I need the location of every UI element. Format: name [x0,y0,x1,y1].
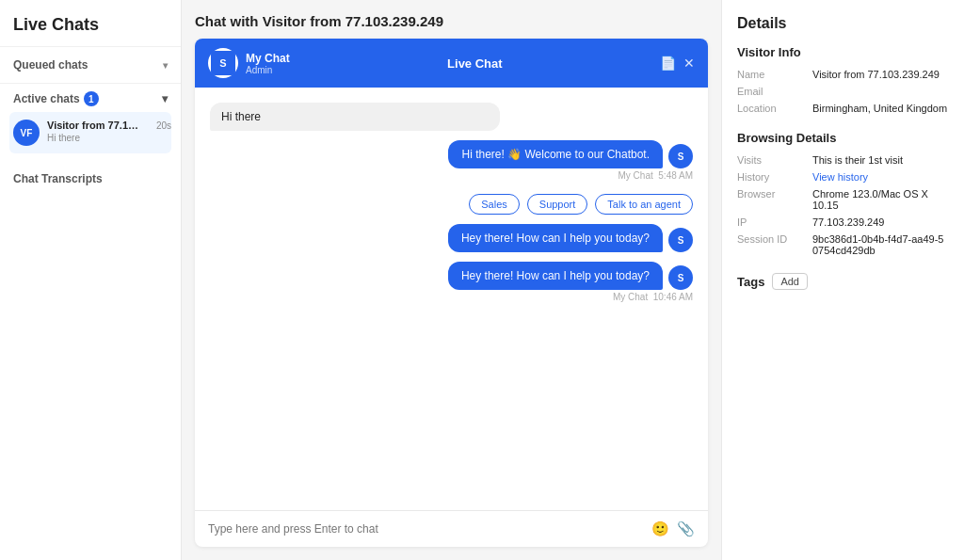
agent-info: S My Chat Admin [208,48,290,78]
queued-chats-toggle[interactable]: Queued chats ▾ [13,58,168,72]
chat-visitor-name: Visitor from 77.103.239.249 [47,120,141,131]
main-chat-area: Chat with Visitor from 77.103.239.249 S … [182,0,721,560]
chat-window-title: Chat with Visitor from 77.103.239.249 [195,13,708,29]
chat-item-info: Visitor from 77.103.239.249 20s Hi there [47,120,171,143]
location-label: Location [737,103,805,114]
browsing-details-section: Browsing Details Visits This is their 1s… [737,131,949,256]
session-row: Session ID 9bc386d1-0b4b-f4d7-aa49-50754… [737,233,949,256]
chat-window: S My Chat Admin Live Chat 📄 ✕ Hi there [195,39,708,547]
message-timestamp-3: My Chat 10:46 AM [210,292,693,302]
session-value: 9bc386d1-0b4b-f4d7-aa49-50754cd429db [812,233,949,256]
attachment-icon[interactable]: 📎 [677,520,695,537]
history-label: History [737,171,805,183]
chat-input-icons: 🙂 📎 [651,520,695,537]
visits-row: Visits This is their 1st visit [737,154,949,166]
browser-row: Browser Chrome 123.0/Mac OS X 10.15 [737,188,949,211]
avatar: VF [13,120,40,146]
message-bot-3: Hey there! How can I help you today? S M… [210,262,693,302]
bot-message-text-2: Hey there! How can I help you today? [448,224,663,252]
email-label: Email [737,86,805,97]
message-bot-2: Hey there! How can I help you today? S [210,224,693,252]
email-value [812,86,949,97]
history-value[interactable]: View history [812,171,949,183]
queued-chats-label: Queued chats [13,58,88,72]
details-title: Details [737,15,949,32]
agent-role: Admin [246,65,290,75]
history-row: History View history [737,171,949,183]
agent-avatar: S [208,48,238,78]
visitor-info-title: Visitor Info [737,45,949,59]
bot-message-text-3: Hey there! How can I help you today? [448,262,663,290]
message-timestamp-1: My Chat 5:48 AM [210,170,693,181]
agent-avatar-inner: S [211,51,235,75]
queued-chevron-icon: ▾ [163,60,168,71]
session-label: Session ID [737,233,805,256]
name-value: Visitor from 77.103.239.249 [812,69,949,80]
chat-header-title: Live Chat [290,56,660,71]
close-icon[interactable]: ✕ [683,56,695,71]
quick-reply-sales[interactable]: Sales [469,194,520,215]
visitor-name-row: Name Visitor from 77.103.239.249 [737,69,949,80]
tags-section: Tags Add [737,273,949,290]
visitor-email-row: Email [737,86,949,97]
details-panel: Details Visitor Info Name Visitor from 7… [721,0,964,560]
sidebar: Live Chats Queued chats ▾ Active chats 1… [0,0,182,560]
sidebar-title: Live Chats [13,15,168,35]
browser-label: Browser [737,188,805,211]
agent-initials: S [219,57,226,69]
bot-avatar-3: S [668,265,693,290]
ip-row: IP 77.103.239.249 [737,216,949,228]
chat-preview: Hi there [47,133,171,143]
chat-window-header: S My Chat Admin Live Chat 📄 ✕ [195,39,708,88]
visits-value: This is their 1st visit [812,154,949,166]
active-chats-section: Active chats 1 ▾ VF Visitor from 77.103.… [0,84,181,161]
visitor-message-text: Hi there [210,103,500,131]
bot-message-text: Hi there! 👋 Welcome to our Chatbot. [448,140,663,168]
chat-list-item[interactable]: VF Visitor from 77.103.239.249 20s Hi th… [9,112,171,153]
agent-name: My Chat [246,52,290,65]
transcript-icon[interactable]: 📄 [660,56,676,71]
browser-value: Chrome 123.0/Mac OS X 10.15 [812,188,949,211]
emoji-icon[interactable]: 🙂 [651,520,669,537]
quick-reply-support[interactable]: Support [527,194,588,215]
active-chats-header[interactable]: Active chats 1 ▾ [13,91,168,106]
bot-avatar: S [668,144,693,168]
chat-messages: Hi there Hi there! 👋 Welcome to our Chat… [195,88,708,510]
active-chats-label: Active chats [13,92,80,105]
ip-value: 77.103.239.249 [812,216,949,228]
agent-details: My Chat Admin [246,52,290,75]
add-tag-button[interactable]: Add [772,273,808,290]
browsing-title: Browsing Details [737,131,949,145]
message-bot-1: Hi there! 👋 Welcome to our Chatbot. S My… [210,140,693,181]
queued-chats-section[interactable]: Queued chats ▾ [0,47,181,84]
visits-label: Visits [737,154,805,166]
quick-reply-agent[interactable]: Talk to an agent [595,194,693,215]
ip-label: IP [737,216,805,228]
sidebar-header: Live Chats [0,0,181,47]
bot-avatar-2: S [668,228,693,252]
chat-input[interactable] [208,522,644,536]
active-chevron-icon: ▾ [162,92,168,105]
message-visitor-1: Hi there [210,103,693,131]
chat-input-row: 🙂 📎 [195,510,708,547]
active-chats-badge: 1 [84,91,99,106]
header-icons: 📄 ✕ [660,56,695,71]
visitor-location-row: Location Birmingham, United Kingdom [737,103,949,114]
name-label: Name [737,69,805,80]
visitor-info-section: Visitor Info Name Visitor from 77.103.23… [737,45,949,114]
tags-label: Tags [737,275,764,289]
location-value: Birmingham, United Kingdom [812,103,949,114]
chat-transcripts-link[interactable]: Chat Transcripts [0,161,181,197]
chat-time: 20s [156,120,171,131]
quick-replies: Sales Support Talk to an agent [210,194,693,215]
